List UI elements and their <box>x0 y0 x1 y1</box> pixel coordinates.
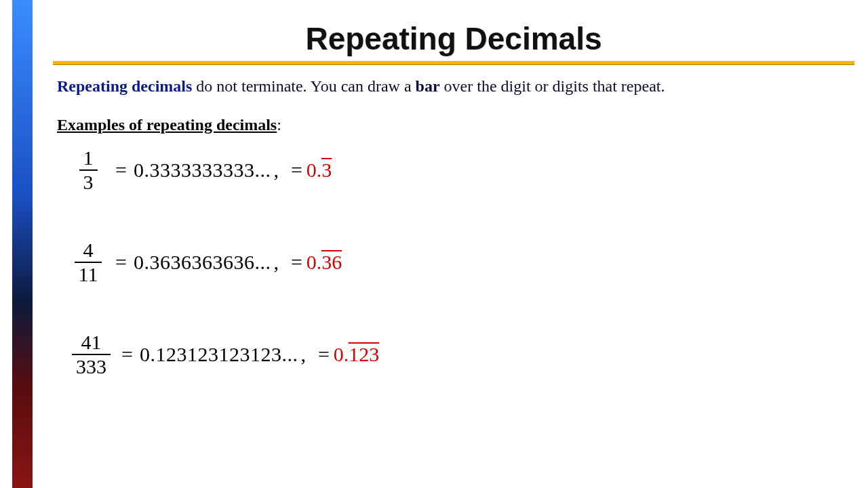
page-title: Repeating Decimals <box>53 20 854 57</box>
examples-subheading-text: Examples of repeating decimals <box>57 116 277 134</box>
bar-notation-prefix: 0. <box>307 252 322 272</box>
equals-sign: = <box>318 344 330 365</box>
intro-keyword-bar: bar <box>416 77 440 95</box>
intro-text-2: over the digit or digits that repeat. <box>440 77 665 95</box>
bar-notation-digits: 3 <box>321 159 332 181</box>
intro-keyword-repeating-decimals: Repeating decimals <box>57 77 192 95</box>
equals-sign: = <box>291 160 302 180</box>
fraction-numerator: 1 <box>79 148 98 169</box>
bar-notation-prefix: 0. <box>334 344 349 365</box>
equals-sign: = <box>121 344 133 365</box>
equals-sign: = <box>115 252 127 272</box>
bar-notation: 0.3 <box>307 160 332 180</box>
overbar <box>349 342 379 344</box>
equals-sign: = <box>291 252 302 272</box>
bar-notation-repeat: 3 <box>321 160 332 180</box>
bar-notation-digits: 123 <box>349 343 379 365</box>
fraction-denominator: 333 <box>72 354 111 377</box>
fraction-numerator: 41 <box>77 332 106 354</box>
decimal-expansion: 0.3333333333... <box>134 160 271 180</box>
bar-notation-digits: 36 <box>321 251 342 273</box>
bar-notation-repeat: 123 <box>349 344 379 365</box>
fraction: 4 11 <box>72 240 104 285</box>
bar-notation-repeat: 36 <box>321 252 342 272</box>
fraction: 1 3 <box>72 148 104 192</box>
example-row: 1 3 = 0.3333333333..., = 0.3 <box>72 148 854 192</box>
fraction-denominator: 3 <box>79 169 98 192</box>
bar-notation-prefix: 0. <box>307 160 322 180</box>
decimal-expansion: 0.123123123123... <box>140 344 298 365</box>
fraction: 41 333 <box>72 332 111 377</box>
bar-notation: 0.123 <box>334 344 380 365</box>
comma: , <box>300 344 306 365</box>
fraction-denominator: 11 <box>75 262 102 285</box>
example-row: 4 11 = 0.3636363636..., = 0.36 <box>72 240 854 285</box>
decimal-expansion: 0.3636363636... <box>134 252 271 272</box>
title-divider <box>53 61 854 65</box>
slide-content: Repeating Decimals Repeating decimals do… <box>53 0 854 488</box>
fraction-numerator: 4 <box>79 240 98 262</box>
equals-sign: = <box>115 160 127 180</box>
overbar <box>321 250 342 251</box>
examples-list: 1 3 = 0.3333333333..., = 0.3 4 11 = 0.36… <box>72 148 854 377</box>
side-accent-stripe <box>12 0 33 488</box>
comma: , <box>273 252 279 272</box>
example-row: 41 333 = 0.123123123123..., = 0.123 <box>72 332 854 377</box>
examples-subheading: Examples of repeating decimals: <box>57 116 854 134</box>
intro-paragraph: Repeating decimals do not terminate. You… <box>57 77 854 96</box>
intro-text-1: do not terminate. You can draw a <box>192 77 415 95</box>
overbar <box>321 158 332 159</box>
bar-notation: 0.36 <box>307 252 342 272</box>
comma: , <box>273 160 279 180</box>
